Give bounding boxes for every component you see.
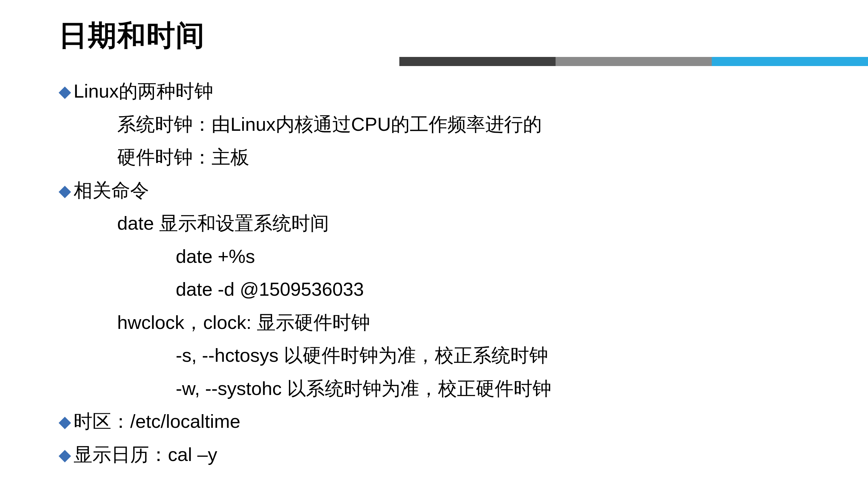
bullet-1: ◆ Linux的两种时钟 — [59, 74, 809, 108]
slide-content: ◆ Linux的两种时钟 系统时钟：由Linux内核通过CPU的工作频率进行的 … — [59, 74, 809, 471]
bullet-3-label: 时区：/etc/localtime — [73, 405, 240, 438]
slide-container: 日期和时间 ◆ Linux的两种时钟 系统时钟：由Linux内核通过CPU的工作… — [0, 0, 868, 488]
bullet-4: ◆ 显示日历：cal –y — [59, 438, 809, 471]
bullet-2: ◆ 相关命令 — [59, 174, 809, 207]
bullet-2-sub-1b: date -d @1509536033 — [59, 273, 809, 306]
bullet-2-sub-2b: -w, --systohc 以系统时钟为准，校正硬件时钟 — [59, 372, 809, 405]
bullet-2-label: 相关命令 — [73, 174, 149, 207]
decor-bars — [399, 57, 868, 66]
bullet-1-sub-1: 系统时钟：由Linux内核通过CPU的工作频率进行的 — [59, 108, 809, 141]
diamond-icon: ◆ — [59, 77, 71, 106]
decor-bar-mid — [556, 57, 712, 66]
bullet-2-sub-1a: date +%s — [59, 240, 809, 273]
bullet-2-sub-2: hwclock，clock: 显示硬件时钟 — [59, 306, 809, 339]
bullet-2-sub-1: date 显示和设置系统时间 — [59, 206, 809, 240]
bullet-1-label: Linux的两种时钟 — [73, 74, 213, 108]
bullet-1-sub-2: 硬件时钟：主板 — [59, 140, 809, 174]
bullet-4-label: 显示日历：cal –y — [73, 438, 217, 471]
slide-title: 日期和时间 — [59, 16, 809, 55]
bullet-3: ◆ 时区：/etc/localtime — [59, 405, 809, 438]
diamond-icon: ◆ — [59, 408, 71, 436]
bullet-2-sub-2a: -s, --hctosys 以硬件时钟为准，校正系统时钟 — [59, 339, 809, 372]
diamond-icon: ◆ — [59, 177, 71, 205]
diamond-icon: ◆ — [59, 441, 71, 469]
decor-bar-blue — [712, 57, 868, 66]
decor-bar-dark — [399, 57, 556, 66]
